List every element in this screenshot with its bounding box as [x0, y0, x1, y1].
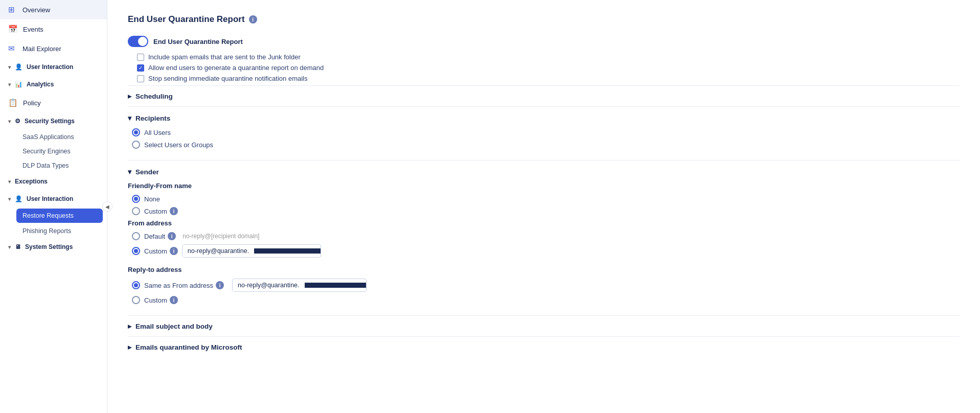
user-interaction-icon: 👤 — [15, 63, 22, 71]
sidebar-item-mail-explorer[interactable]: ✉ Mail Explorer — [0, 39, 107, 58]
checkbox-allow-generate-box[interactable] — [137, 64, 144, 72]
sidebar-item-label: Mail Explorer — [22, 45, 61, 53]
from-default-info-icon[interactable]: i — [168, 232, 176, 240]
reply-to-label: Reply-to address — [128, 266, 960, 273]
sidebar-item-label: Events — [23, 26, 43, 33]
from-custom-info-icon[interactable]: i — [170, 247, 178, 255]
checkbox-include-spam-box[interactable] — [137, 54, 144, 61]
page-title-info-icon[interactable]: i — [249, 15, 257, 24]
security-settings-icon: ⚙ — [15, 118, 20, 125]
page-title-row: End User Quarantine Report i — [128, 14, 960, 25]
sidebar-section-user-interaction-sub[interactable]: ▾ 👤 User Interaction — [0, 190, 107, 208]
from-address-input: no-reply@quarantine. — [182, 244, 321, 258]
scheduling-label: Scheduling — [135, 93, 173, 100]
emails-quarantined-section-header[interactable]: ▸ Emails quarantined by Microsoft — [128, 336, 960, 357]
sidebar-item-label: Exceptions — [15, 178, 48, 185]
radio-friendly-none-circle[interactable] — [132, 195, 140, 203]
scheduling-caret-icon: ▸ — [128, 92, 131, 100]
from-address-label: From address — [128, 219, 960, 227]
caret-icon: ▾ — [8, 244, 11, 250]
recipients-label: Recipients — [135, 114, 170, 122]
sidebar-item-policy[interactable]: 📋 Policy — [0, 93, 107, 112]
policy-icon: 📋 — [8, 98, 18, 107]
email-subject-label: Email subject and body — [135, 323, 213, 330]
radio-from-default[interactable]: Default i no-reply@[recipient domain] — [132, 232, 960, 240]
system-settings-icon: 🖥 — [15, 243, 21, 250]
reply-address-display: no-reply@quarantine. — [232, 279, 366, 292]
toggle-label: End User Quarantine Report — [153, 38, 243, 45]
sidebar-sub-phishing-reports[interactable]: Phishing Reports — [0, 224, 107, 238]
sidebar-sub-saas-applications[interactable]: SaaS Applications — [0, 130, 107, 144]
radio-reply-custom[interactable]: Custom i — [132, 296, 960, 304]
radio-all-users[interactable]: All Users — [132, 128, 960, 136]
checkbox-stop-sending-box[interactable] — [137, 75, 144, 82]
radio-from-custom[interactable]: Custom i no-reply@quarantine. — [132, 244, 960, 258]
radio-friendly-custom-circle[interactable] — [132, 207, 140, 215]
recipients-caret: ▾ — [128, 114, 131, 122]
scheduling-section-header[interactable]: ▸ Scheduling — [128, 85, 960, 106]
sidebar-collapse-button[interactable]: ◀ — [102, 201, 112, 212]
email-subject-section-header[interactable]: ▸ Email subject and body — [128, 315, 960, 336]
reply-same-info-icon[interactable]: i — [216, 281, 224, 289]
page-title: End User Quarantine Report — [128, 14, 245, 25]
radio-friendly-custom[interactable]: Custom i — [132, 207, 960, 215]
sender-title[interactable]: ▾ Sender — [128, 168, 960, 176]
reply-address-suffix — [305, 283, 366, 288]
caret-icon: ▾ — [8, 119, 11, 124]
checkbox-stop-sending[interactable]: Stop sending immediate quarantine notifi… — [137, 75, 960, 82]
reply-custom-info-icon[interactable]: i — [170, 296, 178, 304]
recipients-section: ▾ Recipients All Users Select Users or G… — [128, 106, 960, 160]
sidebar-section-system-settings[interactable]: ▾ 🖥 System Settings — [0, 238, 107, 256]
end-user-quarantine-toggle[interactable] — [128, 36, 148, 47]
sidebar: ⊞ Overview 📅 Events ✉ Mail Explorer ▾ 👤 … — [0, 0, 107, 413]
emails-quarantined-label: Emails quarantined by Microsoft — [135, 343, 242, 351]
sidebar-item-label: Overview — [22, 6, 50, 14]
radio-reply-same-as-from[interactable]: Same as From address i no-reply@quaranti… — [132, 279, 960, 292]
sidebar-item-overview[interactable]: ⊞ Overview — [0, 0, 107, 19]
radio-reply-same-circle[interactable] — [132, 281, 140, 289]
sidebar-item-label: Policy — [23, 99, 41, 107]
radio-reply-custom-circle[interactable] — [132, 296, 140, 304]
email-subject-caret-icon: ▸ — [128, 322, 131, 330]
recipients-title[interactable]: ▾ Recipients — [128, 114, 960, 122]
radio-select-users-circle[interactable] — [132, 141, 140, 149]
caret-icon: ▾ — [8, 82, 11, 87]
events-icon: 📅 — [8, 25, 18, 34]
sidebar-sub-restore-requests[interactable]: Restore Requests — [16, 209, 103, 223]
sidebar-section-security-settings[interactable]: ▾ ⚙ Security Settings — [0, 112, 107, 130]
sidebar-section-exceptions[interactable]: ▾ Exceptions — [0, 173, 107, 190]
user-interaction-icon2: 👤 — [15, 195, 22, 202]
sidebar-item-events[interactable]: 📅 Events — [0, 19, 107, 39]
radio-select-users[interactable]: Select Users or Groups — [132, 141, 960, 149]
radio-friendly-none[interactable]: None — [132, 195, 960, 203]
checkbox-include-spam[interactable]: Include spam emails that are sent to the… — [137, 53, 960, 61]
checkbox-allow-generate[interactable]: Allow end users to generate a quarantine… — [137, 64, 960, 72]
sidebar-section-user-interaction[interactable]: ▾ 👤 User Interaction — [0, 58, 107, 76]
caret-icon: ▾ — [8, 64, 11, 70]
friendly-from-label: Friendly-From name — [128, 182, 960, 190]
sidebar-sub-security-engines[interactable]: Security Engines — [0, 144, 107, 158]
from-address-suffix[interactable] — [254, 248, 321, 254]
main-toggle-row: End User Quarantine Report — [128, 36, 960, 47]
overview-icon: ⊞ — [8, 5, 17, 14]
mail-explorer-icon: ✉ — [8, 44, 17, 53]
radio-from-default-circle[interactable] — [132, 232, 140, 240]
analytics-icon: 📊 — [15, 81, 22, 88]
sender-caret: ▾ — [128, 168, 131, 176]
sender-section: ▾ Sender Friendly-From name None Custom … — [128, 160, 960, 315]
emails-quarantined-caret-icon: ▸ — [128, 343, 131, 351]
sidebar-sub-dlp-data-types[interactable]: DLP Data Types — [0, 158, 107, 173]
sidebar-section-analytics[interactable]: ▾ 📊 Analytics — [0, 76, 107, 93]
caret-icon: ▾ — [8, 179, 11, 185]
friendly-custom-info-icon[interactable]: i — [170, 207, 178, 215]
main-content: End User Quarantine Report i End User Qu… — [107, 0, 980, 413]
radio-all-users-circle[interactable] — [132, 128, 140, 136]
radio-from-custom-circle[interactable] — [132, 247, 140, 255]
caret-icon: ▾ — [8, 196, 11, 202]
sender-label: Sender — [135, 168, 159, 176]
